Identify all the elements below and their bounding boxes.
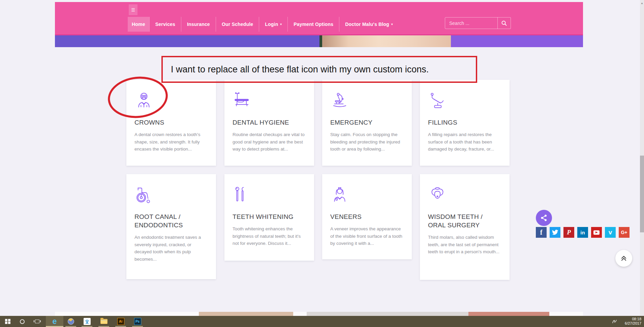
service-title: CROWNS	[134, 118, 208, 127]
service-description: Third molars, also called wisdom teeth, …	[428, 234, 501, 256]
dental-tools-icon	[233, 186, 251, 204]
facebook-icon[interactable]: f	[536, 227, 547, 238]
service-card-teeth-whitening[interactable]: TEETH WHITENING Tooth whitening enhances…	[224, 174, 314, 261]
windows-logo-icon	[5, 319, 10, 324]
scrollbar-thumb[interactable]	[640, 156, 644, 232]
annotation-note-box: I want to replace all of these flat icon…	[161, 56, 477, 83]
next-section-strip	[55, 312, 583, 316]
site-header: ☰ Home Services Insurance Our Schedule L…	[55, 2, 583, 35]
nav-item-services[interactable]: Services	[149, 17, 181, 32]
nav-item-login[interactable]: Login▾	[259, 17, 287, 32]
cortana-icon	[20, 319, 25, 324]
nav-item-our-schedule[interactable]: Our Schedule	[216, 17, 259, 32]
service-title: ROOT CANAL / ENDODONTICS	[134, 212, 208, 229]
clock-date: 6/27/2017	[611, 321, 641, 326]
clock-time: 08:18	[611, 317, 641, 321]
service-title: FILLINGS	[428, 118, 501, 127]
service-description: A veneer improves the appearance of the …	[330, 225, 404, 247]
search-icon	[501, 20, 507, 26]
service-description: A dental crown restores a tooth's shape,…	[134, 131, 208, 153]
search-button[interactable]	[497, 17, 511, 29]
exam-table-icon	[233, 92, 251, 109]
photoshop-icon: Ps	[134, 318, 141, 325]
nurse-icon	[330, 186, 349, 204]
hero-banner	[55, 35, 583, 47]
file-explorer-button[interactable]	[98, 316, 110, 327]
service-title: DENTAL HYGIENE	[233, 118, 306, 127]
service-title: VENEERS	[330, 212, 404, 221]
share-button[interactable]	[536, 210, 552, 226]
task-view-button[interactable]	[31, 316, 43, 327]
service-title: EMERGENCY	[330, 118, 404, 127]
service-card-veneers[interactable]: VENEERS A veneer improves the appearance…	[322, 174, 412, 259]
service-card-fillings[interactable]: FILLINGS A filling repairs and restores …	[420, 80, 510, 166]
social-buttons: f P in v G+	[536, 227, 633, 238]
folder-icon	[100, 319, 108, 324]
service-description: A filling repairs and restores the surfa…	[428, 131, 501, 153]
nav-item-home[interactable]: Home	[128, 17, 149, 32]
service-card-dental-hygiene[interactable]: DENTAL HYGIENE Routine dental checkups a…	[224, 80, 314, 166]
banner-purple-right	[451, 35, 583, 47]
tooth-icon	[428, 186, 447, 204]
microscope-icon	[330, 92, 349, 109]
hamburger-menu-button[interactable]: ☰	[129, 4, 137, 15]
scrollbar-up-arrow[interactable]: ▲	[640, 1, 644, 5]
edge-browser-button[interactable]: e	[46, 316, 63, 327]
banner-photo	[319, 35, 451, 47]
service-card-root-canal[interactable]: ROOT CANAL / ENDODONTICS An endodontic t…	[126, 174, 216, 279]
task-view-icon	[35, 320, 39, 323]
dental-chair-icon	[428, 92, 447, 109]
pinterest-icon[interactable]: P	[563, 227, 574, 238]
nav-item-insurance[interactable]: Insurance	[181, 17, 216, 32]
service-description: Routine dental checkups are vital to goo…	[233, 131, 306, 153]
taskbar-clock[interactable]: 08:18 6/27/2017	[611, 317, 641, 326]
photoshop-button[interactable]: Ps	[131, 316, 144, 327]
scroll-to-top-button[interactable]	[615, 250, 632, 267]
chevron-up-double-icon	[620, 255, 627, 261]
twitter-icon[interactable]	[550, 227, 560, 238]
timer-icon	[68, 318, 74, 325]
nav-item-payment-options[interactable]: Payment Options	[287, 17, 339, 32]
main-navigation: Home Services Insurance Our Schedule Log…	[128, 17, 399, 32]
nav-item-doctor-malus-blog[interactable]: Doctor Malu's Blog▾	[339, 17, 398, 32]
edge-icon: e	[53, 318, 57, 325]
linkedin-icon[interactable]: in	[577, 227, 588, 238]
vimeo-icon[interactable]: v	[605, 227, 616, 238]
wheelchair-icon	[134, 186, 153, 204]
page-scrollbar[interactable]: ▲	[640, 0, 644, 316]
service-description: Tooth whitening enhances the brightness …	[233, 225, 306, 247]
windows-taskbar: e Ai Ps 08:18 6/27/2017	[0, 316, 644, 327]
illustrator-button[interactable]: Ai	[115, 316, 127, 327]
chevron-down-icon: ▾	[391, 23, 393, 26]
service-title: WISDOM TEETH / ORAL SURGERY	[428, 212, 501, 229]
cortana-button[interactable]	[16, 316, 28, 327]
service-card-wisdom-teeth[interactable]: WISDOM TEETH / ORAL SURGERY Third molars…	[420, 174, 510, 280]
service-description: Stay calm. Focus on stopping the bleedin…	[330, 131, 404, 153]
share-icon	[540, 214, 548, 222]
siriusxm-app-button[interactable]	[81, 316, 93, 327]
service-card-emergency[interactable]: EMERGENCY Stay calm. Focus on stopping t…	[322, 80, 412, 166]
play-icon	[593, 230, 600, 235]
illustrator-icon: Ai	[117, 318, 124, 325]
timer-app-button[interactable]	[65, 316, 77, 327]
service-description: An endodontic treatment saves a severely…	[134, 234, 208, 263]
service-title: TEETH WHITENING	[233, 212, 306, 221]
search-input[interactable]	[445, 17, 498, 29]
annotation-text: I want to replace all of these flat icon…	[171, 64, 429, 75]
siriusxm-icon	[84, 318, 91, 325]
googleplus-icon[interactable]: G+	[619, 227, 630, 238]
chevron-down-icon: ▾	[280, 23, 282, 26]
start-button[interactable]	[1, 316, 15, 327]
hamburger-icon: ☰	[131, 7, 135, 12]
youtube-icon[interactable]	[591, 227, 602, 238]
banner-purple-left	[55, 35, 319, 47]
